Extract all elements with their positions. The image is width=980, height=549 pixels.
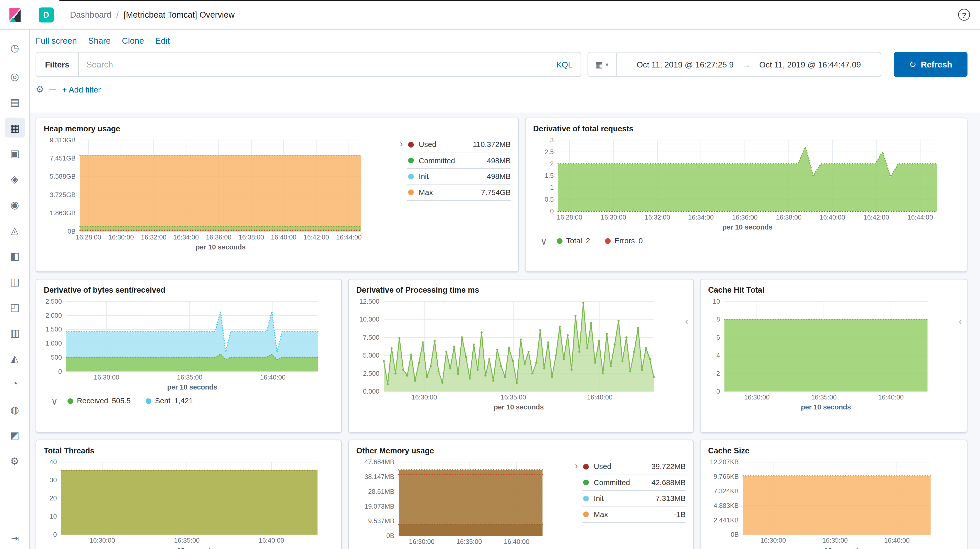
panel-title: Heap memory usage [41, 123, 513, 134]
other-memory-chart[interactable]: 47.684MB38.147MB28.61MB19.073MB9.537MB0B… [354, 458, 571, 549]
legend-item[interactable]: Used110.372MB [407, 137, 511, 153]
edit-link[interactable]: Edit [155, 36, 170, 46]
svg-text:16:35:00: 16:35:00 [822, 537, 848, 544]
legend-item[interactable]: Sent1,421 [146, 396, 193, 405]
sidebar-item-canvas[interactable]: ▣ [5, 143, 24, 163]
refresh-button[interactable]: ↻ Refresh [894, 52, 967, 77]
legend-color-dot [408, 174, 414, 179]
legend-item[interactable]: Max-1B [582, 507, 686, 523]
kql-selector[interactable]: KQL [556, 60, 581, 69]
legend-collapse-icon[interactable]: › [396, 138, 407, 252]
svg-text:per 10 seconds: per 10 seconds [196, 243, 246, 251]
legend-expand-icon[interactable]: ‹ [959, 316, 962, 326]
toolbar-zone: Full screen Share Clone Edit Filters KQL… [30, 30, 980, 112]
sidebar-item-dev-tools[interactable]: ◧ [5, 246, 24, 266]
legend-color-dot [146, 398, 151, 404]
date-to[interactable]: Oct 11, 2019 @ 16:44:47.09 [759, 60, 861, 69]
sidebar-item-watcher[interactable]: ◩ [5, 425, 24, 445]
heap-memory-chart[interactable]: 9.313GB7.451GB5.588GB3.725GB1.863GB0B16:… [41, 136, 396, 252]
svg-text:2.441KB: 2.441KB [714, 517, 738, 524]
date-range-arrow-icon: → [742, 60, 751, 69]
legend-collapse-icon[interactable]: ∨ [538, 236, 549, 247]
sidebar-item-management[interactable]: ⚙ [5, 451, 24, 471]
date-from[interactable]: Oct 11, 2019 @ 16:27:25.9 [636, 60, 734, 69]
svg-text:16:30:00: 16:30:00 [409, 538, 434, 545]
cache-hit-chart[interactable]: 108642016:30:0016:35:0016:40:00per 10 se… [706, 297, 962, 412]
legend-item[interactable]: Committed42.688MB [582, 475, 686, 491]
svg-text:16:40:00: 16:40:00 [259, 537, 284, 544]
panel-derivative-processing-time: Derivative of Processing time ms 12.5001… [348, 279, 694, 433]
date-picker-button[interactable]: ▦ ∨ [588, 53, 617, 77]
svg-text:16:38:00: 16:38:00 [239, 234, 264, 241]
bytes-sent-received-chart[interactable]: 2,5002,0001,5001,000500016:30:0016:35:00… [41, 297, 336, 391]
svg-text:3.725GB: 3.725GB [50, 191, 76, 198]
filter-options-gear-icon[interactable]: ⚙ [35, 84, 44, 95]
svg-text:per 10 seconds: per 10 seconds [722, 223, 773, 231]
sidebar-item-siem[interactable]: ◍ [5, 399, 24, 420]
filters-button[interactable]: Filters [36, 53, 79, 77]
legend-item[interactable]: Errors0 [605, 236, 643, 245]
svg-text:16:28:00: 16:28:00 [557, 214, 582, 221]
svg-text:0: 0 [550, 207, 554, 215]
legend-item[interactable]: Used39.722MB [582, 459, 686, 475]
panel-title: Derivative of total requests [531, 123, 962, 134]
sidebar-item-metrics[interactable]: ◰ [5, 297, 24, 317]
legend-expand-icon[interactable]: ‹ [685, 316, 688, 326]
date-range-picker: ▦ ∨ Oct 11, 2019 @ 16:27:25.9 → Oct 11, … [588, 52, 881, 77]
sidebar-item-graph[interactable]: ◬ [5, 220, 24, 240]
cache-size-chart[interactable]: 12.207KB9.766KB7.324KB4.883KB2.441KB0B16… [706, 458, 962, 549]
sidebar-item-recently-viewed[interactable]: ◷ [5, 38, 24, 57]
legend-color-dot [583, 464, 589, 469]
svg-text:47.684MB: 47.684MB [364, 458, 395, 465]
full-screen-link[interactable]: Full screen [35, 36, 77, 46]
breadcrumb-separator: / [116, 10, 119, 19]
legend-item[interactable]: Init7.313MB [582, 491, 686, 507]
legend-item[interactable]: Received505.5 [67, 396, 130, 405]
breadcrumb-dashboard[interactable]: Dashboard [70, 10, 111, 19]
legend-label: Init [594, 494, 655, 503]
help-icon[interactable]: ? [958, 9, 970, 21]
legend-item[interactable]: Init498MB [407, 169, 511, 185]
refresh-icon: ↻ [909, 59, 916, 69]
legend-value: 498MB [487, 156, 511, 165]
legend-color-dot [408, 142, 414, 147]
legend-item[interactable]: Committed498MB [407, 153, 511, 169]
svg-text:38.147MB: 38.147MB [364, 473, 395, 480]
processing-time-chart[interactable]: 12.50010.0007.5005.0002.5000.00016:30:00… [354, 297, 688, 412]
sidebar-item-maps[interactable]: ◈ [5, 169, 24, 189]
sidebar-item-dashboard[interactable]: ▦ [5, 118, 24, 137]
svg-text:16:38:00: 16:38:00 [776, 214, 802, 221]
legend-collapse-icon[interactable]: › [571, 460, 582, 549]
legend-label: Total [566, 236, 582, 245]
svg-text:0.5: 0.5 [545, 196, 554, 203]
total-requests-chart[interactable]: 32.521.510.5016:28:0016:30:0016:32:0016:… [531, 136, 962, 231]
chart-legend: ∨ Received505.5Sent1,421 [49, 395, 336, 407]
sidebar-item-visualize[interactable]: ▤ [5, 92, 24, 112]
share-link[interactable]: Share [88, 36, 111, 46]
sidebar-item-uptime[interactable]: ◔ [5, 374, 24, 394]
panel-derivative-bytes-sent-received: Derivative of bytes sent/received 2,5002… [35, 279, 342, 433]
svg-text:10.000: 10.000 [359, 316, 379, 323]
legend-item[interactable]: Total2 [557, 236, 590, 245]
legend-item[interactable]: Max7.754GB [407, 185, 511, 201]
svg-text:per 10 seconds: per 10 seconds [812, 547, 862, 549]
chart-legend: › Used39.722MBCommitted42.688MBInit7.313… [571, 458, 688, 549]
add-filter-link[interactable]: + Add filter [62, 85, 101, 94]
sidebar-item-logs[interactable]: ▥ [5, 322, 24, 343]
top-bar: D Dashboard / [Metricbeat Tomcat] Overvi… [0, 0, 980, 30]
svg-text:4.883KB: 4.883KB [714, 502, 738, 509]
clone-link[interactable]: Clone [122, 36, 144, 46]
svg-text:16:44:00: 16:44:00 [336, 234, 362, 241]
sidebar-item-stack-monitoring[interactable]: ◫ [5, 271, 24, 291]
sidebar-item-machine-learning[interactable]: ◉ [5, 195, 24, 214]
sidebar-item-apm[interactable]: ◭ [5, 348, 24, 368]
kibana-logo[interactable] [0, 6, 30, 23]
legend-value: -1B [674, 510, 686, 519]
collapse-nav-icon[interactable]: ⇥ [0, 533, 30, 544]
total-threads-chart[interactable]: 40302010016:30:0016:35:0016:40:00per 10 … [41, 458, 336, 549]
sidebar-item-discover[interactable]: ◎ [5, 66, 24, 86]
svg-text:16:32:00: 16:32:00 [141, 234, 167, 241]
space-avatar[interactable]: D [39, 7, 54, 22]
search-input[interactable] [79, 60, 556, 69]
legend-collapse-icon[interactable]: ∨ [49, 396, 60, 407]
